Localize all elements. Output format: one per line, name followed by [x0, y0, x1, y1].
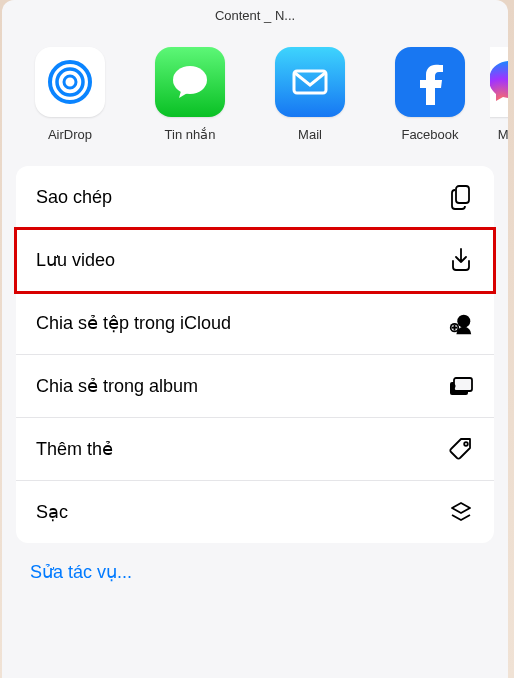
app-messages[interactable]: Tin nhắn [130, 47, 250, 142]
svg-point-13 [451, 384, 456, 389]
action-label: Chia sẻ trong album [36, 375, 198, 397]
svg-rect-5 [456, 186, 469, 203]
action-share-album[interactable]: Chia sẻ trong album [16, 355, 494, 418]
svg-rect-12 [454, 378, 472, 391]
action-copy[interactable]: Sao chép [16, 166, 494, 229]
action-share-icloud[interactable]: Chia sẻ tệp trong iCloud [16, 292, 494, 355]
messenger-icon [490, 47, 508, 117]
mail-icon [275, 47, 345, 117]
app-facebook[interactable]: Facebook [370, 47, 490, 142]
copy-icon [448, 184, 474, 210]
app-label: Mail [298, 127, 322, 142]
action-label: Lưu video [36, 249, 115, 271]
app-label: Mes [498, 127, 508, 142]
facebook-icon [395, 47, 465, 117]
app-label: Tin nhắn [165, 127, 216, 142]
svg-rect-10 [452, 327, 458, 329]
share-sheet: Content _ N... AirDrop Tin nhắn [2, 0, 508, 678]
svg-point-3 [173, 66, 207, 94]
svg-point-14 [464, 442, 468, 446]
edit-actions-link[interactable]: Sửa tác vụ... [2, 543, 508, 601]
action-save-video[interactable]: Lưu video [16, 229, 494, 292]
airdrop-icon [35, 47, 105, 117]
stack-icon [448, 499, 474, 525]
action-label: Chia sẻ tệp trong iCloud [36, 312, 231, 334]
icloud-share-icon [448, 310, 474, 336]
svg-point-0 [64, 76, 76, 88]
app-label: AirDrop [48, 127, 92, 142]
svg-point-6 [457, 315, 470, 328]
action-stack[interactable]: Sạc [16, 481, 494, 543]
download-icon [448, 247, 474, 273]
sheet-title: Content _ N... [2, 0, 508, 29]
share-apps-row: AirDrop Tin nhắn Mail [2, 29, 508, 156]
app-messenger[interactable]: Mes [490, 47, 508, 142]
app-label: Facebook [401, 127, 458, 142]
messages-icon [155, 47, 225, 117]
app-mail[interactable]: Mail [250, 47, 370, 142]
action-label: Sạc [36, 501, 68, 523]
actions-list: Sao chép Lưu video Chia sẻ tệp trong iCl… [16, 166, 494, 543]
action-label: Sao chép [36, 187, 112, 208]
album-icon [448, 373, 474, 399]
app-airdrop[interactable]: AirDrop [10, 47, 130, 142]
action-label: Thêm thẻ [36, 438, 113, 460]
tag-icon [448, 436, 474, 462]
action-add-tag[interactable]: Thêm thẻ [16, 418, 494, 481]
svg-point-1 [57, 69, 83, 95]
